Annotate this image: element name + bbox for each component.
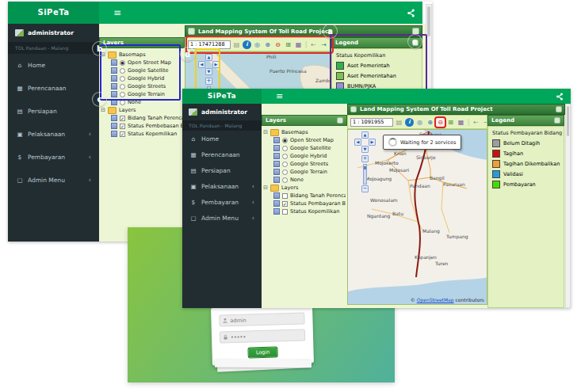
radio-button[interactable]: [282, 154, 288, 159]
share-icon[interactable]: [407, 9, 415, 17]
overlay-item[interactable]: ✓ Bidang Tanah Perencanaan: [101, 114, 183, 122]
tree-group-basemaps[interactable]: ⊟ Basemaps: [263, 128, 346, 136]
basemap-item[interactable]: Google Streets: [101, 82, 183, 90]
layers-image-icon[interactable]: ▦: [294, 40, 303, 49]
basemap-item[interactable]: ● Open Street Map: [101, 59, 183, 67]
menu-toggle-icon[interactable]: ≡: [276, 91, 283, 101]
sidebar-item[interactable]: ▤ Persiapan: [8, 100, 99, 123]
separator[interactable]: |: [304, 40, 308, 49]
next-extent-icon[interactable]: →: [319, 40, 328, 49]
basemap-item[interactable]: Google Satellite: [101, 67, 183, 74]
checkbox[interactable]: [282, 193, 288, 199]
openstreetmap-link[interactable]: OpenStreetMap: [417, 297, 454, 303]
pan-up-icon[interactable]: ▲: [361, 131, 369, 139]
basemap-item[interactable]: None: [101, 98, 183, 106]
zoom-in-button[interactable]: +: [205, 78, 212, 85]
zoom-out-button[interactable]: −: [361, 185, 369, 192]
basemap-item[interactable]: Google Hybrid: [101, 74, 183, 82]
collapse-legend-icon[interactable]: [412, 40, 419, 46]
tree-group-basemaps[interactable]: ⊟ Basemaps: [101, 51, 183, 59]
sidebar-item[interactable]: ▦ Perencanaan: [8, 77, 99, 100]
map-pan-zoom-control[interactable]: ▲ ◀ ▶ ▼ + −: [354, 131, 376, 195]
next-extent-icon[interactable]: →: [482, 118, 487, 127]
pan-down-icon[interactable]: ▼: [205, 68, 212, 75]
radio-button[interactable]: [282, 177, 288, 183]
pan-up-icon[interactable]: ▲: [205, 54, 212, 61]
basemap-item[interactable]: Google Hybrid: [263, 152, 346, 160]
tree-group-layers[interactable]: ⊟ Layers: [263, 184, 346, 192]
save-icon[interactable]: ▤: [395, 118, 403, 127]
sidebar-item[interactable]: ▢ Admin Menu ‹: [8, 169, 99, 192]
collapse-panel-icon[interactable]: [556, 106, 562, 112]
collapse-legend-icon[interactable]: [554, 117, 560, 124]
zoom-in-button[interactable]: +: [361, 155, 369, 162]
basemap-item[interactable]: Google Terrain: [101, 90, 183, 98]
checkbox[interactable]: ✓: [282, 201, 288, 207]
sidebar-item[interactable]: ▦ Perencanaan: [182, 147, 262, 162]
scrollbar-thumb[interactable]: [567, 106, 569, 136]
zoom-box-icon[interactable]: ⊖: [436, 118, 445, 127]
prev-extent-icon[interactable]: ←: [472, 118, 480, 127]
radio-button[interactable]: ●: [282, 138, 288, 143]
collapse-all-icon[interactable]: [188, 28, 195, 35]
basemap-item[interactable]: Google Terrain: [263, 168, 346, 176]
sidebar-item[interactable]: ▣ Pelaksanaan ‹: [182, 178, 262, 194]
pan-left-icon[interactable]: ◀: [198, 61, 205, 68]
share-icon[interactable]: [556, 93, 564, 101]
checkbox[interactable]: ✓: [120, 116, 125, 121]
basemap-item[interactable]: Google Streets: [263, 160, 346, 168]
tree-group-layers[interactable]: ⊟ Layers: [101, 106, 183, 114]
scale-input[interactable]: [188, 40, 231, 49]
pan-icon[interactable]: ◎: [253, 40, 262, 49]
radio-button[interactable]: [120, 84, 125, 89]
login-button[interactable]: Login: [248, 346, 278, 358]
password-field[interactable]: •••••: [220, 329, 305, 343]
sidebar-item[interactable]: $ Pembayaran ‹: [182, 194, 262, 210]
zoom-in-icon[interactable]: ⊕: [426, 118, 434, 127]
basemap-item[interactable]: ● Open Street Map: [263, 136, 346, 144]
tree-expander-icon[interactable]: ⊟: [263, 129, 268, 135]
radio-button[interactable]: [120, 68, 125, 74]
collapse-all-icon[interactable]: [350, 106, 357, 112]
pan-left-icon[interactable]: ◀: [354, 139, 361, 146]
radio-button[interactable]: [120, 100, 125, 105]
scrollbar[interactable]: [565, 104, 571, 308]
layers-image-icon[interactable]: ▦: [457, 118, 465, 127]
tree-expander-icon[interactable]: ⊟: [101, 107, 105, 113]
map-canvas[interactable]: SurabayaKrianSidoarjoMojokertoMojosariMo…: [347, 129, 487, 305]
menu-toggle-icon[interactable]: ≡: [113, 7, 121, 18]
save-icon[interactable]: ▤: [232, 40, 241, 49]
pan-right-icon[interactable]: ▶: [369, 139, 376, 146]
separator[interactable]: |: [467, 118, 470, 127]
sidebar-item[interactable]: ▤ Persiapan: [182, 162, 262, 178]
radio-button[interactable]: [282, 162, 288, 167]
sidebar-item[interactable]: ⌂ Home: [182, 131, 262, 147]
scrollbar-thumb[interactable]: [427, 6, 430, 36]
max-extent-icon[interactable]: ⊞: [284, 40, 292, 49]
pan-right-icon[interactable]: ▶: [212, 61, 220, 68]
pan-down-icon[interactable]: ▼: [361, 146, 369, 153]
overlay-item[interactable]: ✓ Status Kepemilikan: [101, 130, 183, 138]
collapse-panel-icon[interactable]: [412, 28, 419, 35]
sidebar-item[interactable]: ▣ Pelaksanaan ‹: [8, 123, 99, 146]
app-logo[interactable]: SiPeTa: [8, 2, 99, 24]
tree-expander-icon[interactable]: ⊟: [263, 185, 268, 191]
info-icon[interactable]: i: [243, 40, 251, 49]
radio-button[interactable]: [120, 76, 125, 82]
app-logo[interactable]: SiPeTa: [182, 89, 262, 104]
sidebar-item[interactable]: $ Pembayaran ‹: [8, 146, 99, 169]
zoom-slider[interactable]: [363, 164, 367, 185]
checkbox[interactable]: ✓: [120, 124, 125, 129]
checkbox[interactable]: [282, 209, 288, 215]
checkbox[interactable]: ✓: [120, 131, 125, 137]
info-icon[interactable]: i: [405, 118, 414, 127]
zoom-slider-thumb[interactable]: [364, 166, 366, 169]
basemap-item[interactable]: Google Satellite: [263, 144, 346, 152]
overlay-item[interactable]: ✓ Status Pembebasan Bidang Tan: [101, 122, 183, 130]
sidebar-item[interactable]: ⌂ Home: [8, 54, 99, 77]
radio-button[interactable]: [120, 92, 125, 97]
zoom-out-icon[interactable]: ⊖: [273, 40, 282, 49]
scale-input[interactable]: [350, 118, 393, 127]
max-extent-icon[interactable]: ⊞: [446, 118, 455, 127]
overlay-item[interactable]: Status Kepemilikan: [263, 207, 346, 215]
